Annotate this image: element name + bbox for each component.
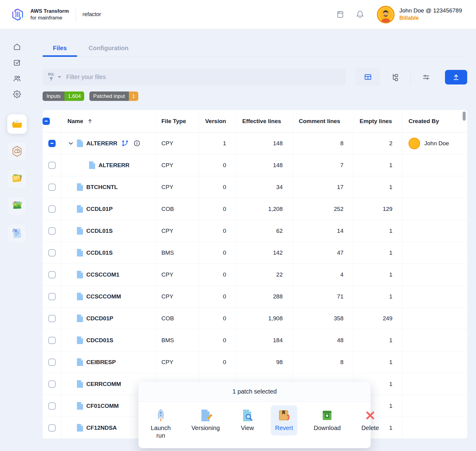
column-header-name[interactable]: Name [61, 110, 156, 132]
table-row[interactable]: CCDL01P COB 0 1,208 252 129 [43, 198, 467, 220]
filter-mode-caret-icon[interactable] [57, 76, 61, 78]
table-row[interactable]: ALTERERR CPY 1 148 8 2 John Doe [43, 133, 467, 154]
table-view-icon [364, 73, 372, 81]
table-row[interactable]: CDCD01S BMS 0 184 48 1 [43, 329, 467, 351]
select-all-checkbox[interactable] [43, 118, 50, 125]
table-row[interactable]: BTCHCNTL CPY 0 34 17 1 [43, 176, 467, 198]
file-name: CCDL01S [86, 228, 113, 234]
action-launch-run[interactable]: Launch run [147, 405, 175, 443]
row-checkbox[interactable] [48, 227, 56, 235]
effective-lines-cell: 148 [236, 154, 293, 176]
row-checkbox[interactable] [48, 337, 56, 344]
row-checkbox[interactable] [48, 271, 56, 278]
file-type-cell: CPY [156, 264, 199, 285]
file-name: CDCD01S [86, 337, 113, 344]
tab-files[interactable]: Files [43, 40, 77, 57]
row-checkbox[interactable] [48, 184, 56, 191]
chevron-down-icon[interactable] [67, 140, 74, 147]
table-row[interactable]: CCDL01S BMS 0 142 47 1 [43, 242, 467, 264]
tool-ai-analysis[interactable] [7, 142, 27, 161]
table-row[interactable]: CCSCCOMM CPY 0 288 71 1 [43, 286, 467, 308]
user-name: John Doe @ 123456789 [399, 7, 462, 15]
action-revert[interactable]: Revert [271, 405, 297, 436]
table-view-button[interactable] [355, 68, 380, 86]
toolbar-divider [410, 71, 411, 83]
avatar [409, 138, 420, 149]
version-cell: 1 [199, 133, 236, 154]
tool-images[interactable] [7, 196, 27, 216]
row-checkbox[interactable] [48, 359, 56, 366]
row-checkbox[interactable] [48, 424, 56, 432]
table-row[interactable]: CCSCCOM1 CPY 0 22 4 1 [43, 264, 467, 286]
effective-lines-cell: 148 [236, 133, 293, 154]
sidebar-nav [13, 43, 21, 98]
version-cell: 0 [199, 220, 236, 242]
row-checkbox[interactable] [48, 380, 56, 388]
home-icon[interactable] [13, 43, 21, 51]
inputs-badge-label: Inputs [43, 91, 64, 101]
file-type-cell: CPY [156, 220, 199, 242]
empty-lines-cell: 1 [354, 351, 402, 373]
created-by-cell [402, 242, 467, 263]
users-icon[interactable] [13, 74, 21, 82]
brand-title: AWS Transform [30, 8, 69, 14]
column-settings-button[interactable] [418, 69, 434, 85]
column-header-file-type[interactable]: File Type [156, 110, 199, 132]
version-cell: 0 [199, 329, 236, 351]
tool-input-files[interactable] [7, 114, 27, 134]
bql-filter-icon[interactable]: BQL [48, 73, 54, 81]
row-checkbox[interactable] [48, 205, 56, 213]
git-branch-icon[interactable] [121, 139, 129, 147]
row-checkbox[interactable] [48, 162, 56, 169]
created-by-cell [402, 286, 467, 307]
row-select-cell [43, 417, 61, 439]
action-versioning[interactable]: Versioning [187, 405, 224, 436]
action-download[interactable]: Download [309, 405, 345, 436]
tool-invoice[interactable]: $ [7, 224, 27, 243]
tab-configuration[interactable]: Configuration [80, 40, 138, 57]
filter-box[interactable]: BQL [43, 69, 346, 85]
user-info[interactable]: John Doe @ 123456789 Billable [399, 7, 462, 22]
column-header-empty-lines[interactable]: Empty lines [354, 110, 402, 132]
aws-transform-refactor-app: AWS Transform for mainframe refactor [0, 0, 476, 451]
row-checkbox[interactable] [48, 249, 56, 256]
tool-notes-stack[interactable] [7, 169, 27, 188]
table-row[interactable]: ALTERERR CPY 0 148 7 1 [43, 154, 467, 176]
table-row[interactable]: CEIBRESP CPY 0 98 8 1 [43, 351, 467, 373]
top-right-controls: John Doe @ 123456789 Billable [336, 6, 462, 23]
action-view[interactable]: View [236, 405, 259, 436]
row-checkbox[interactable] [48, 315, 56, 322]
column-header-effective-lines[interactable]: Effective lines [236, 110, 293, 132]
settings-gear-icon[interactable] [13, 90, 21, 98]
comment-lines-cell: 4 [293, 264, 354, 285]
table-row[interactable]: CCDL01S CPY 0 62 14 1 [43, 220, 467, 242]
empty-lines-cell: 1 [354, 220, 402, 242]
documentation-icon[interactable] [336, 10, 344, 19]
column-header-version[interactable]: Version [199, 110, 236, 132]
row-checkbox[interactable] [48, 140, 56, 147]
user-avatar[interactable] [377, 6, 395, 23]
action-delete[interactable]: Delete [357, 405, 383, 436]
tasks-icon[interactable] [13, 59, 21, 67]
upload-button[interactable] [445, 70, 467, 84]
selection-count-label: 1 patch selected [139, 382, 371, 402]
tree-view-button[interactable] [387, 69, 403, 85]
file-name: CEIBRESP [86, 359, 116, 366]
photos-stack-icon [11, 200, 23, 212]
filter-files-input[interactable] [66, 73, 340, 81]
column-header-created-by[interactable]: Created By [402, 110, 467, 132]
effective-lines-cell: 98 [236, 351, 293, 373]
vertical-scrollbar[interactable] [463, 112, 466, 121]
sliders-icon [422, 73, 430, 81]
version-cell: 0 [199, 176, 236, 198]
file-icon [77, 315, 83, 322]
files-toolbar: BQL [43, 68, 467, 86]
column-header-comment-lines[interactable]: Comment lines [293, 110, 354, 132]
action-buttons: Launch run Versioning View Revert Downlo… [139, 402, 371, 443]
table-row[interactable]: CDCD01P COB 0 1,908 358 249 [43, 308, 467, 329]
row-checkbox[interactable] [48, 402, 56, 410]
info-icon[interactable] [133, 140, 140, 147]
notifications-bell-icon[interactable] [356, 10, 364, 19]
row-checkbox[interactable] [48, 293, 56, 300]
row-select-cell [43, 395, 61, 417]
